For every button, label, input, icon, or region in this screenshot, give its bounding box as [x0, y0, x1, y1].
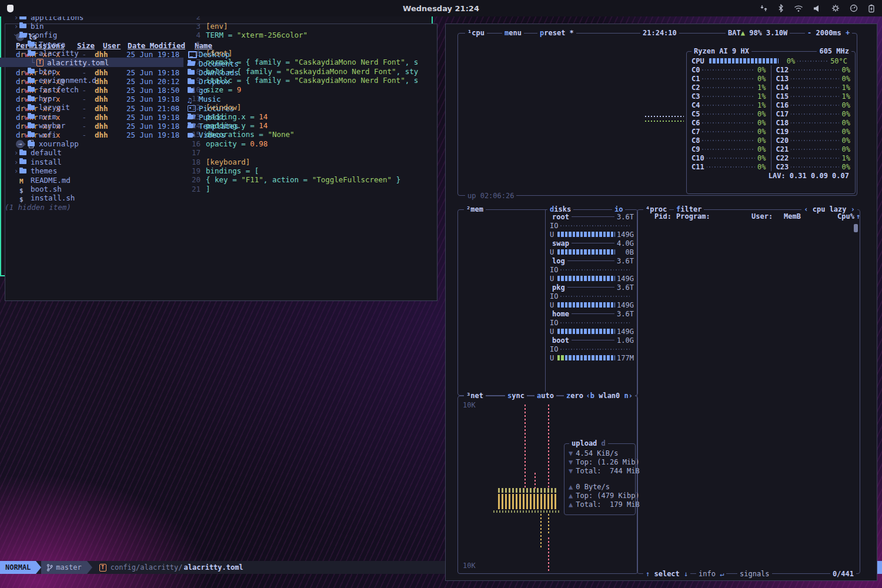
tree-item[interactable]: › bin [0, 22, 183, 31]
volume-icon[interactable] [813, 5, 821, 12]
cpu-core-box: Ryzen AI 9 HX 605 MHz CPU 0% 50°C C0 0% … [686, 51, 856, 194]
item-label: nvim [39, 112, 56, 121]
battery-icon[interactable] [868, 4, 875, 13]
wifi-icon[interactable] [794, 5, 803, 12]
net-auto-toggle[interactable]: auto [534, 392, 556, 400]
disk-used-label: U [550, 230, 554, 239]
menubar: Wednesday 21:24 [0, 0, 882, 16]
mem-tab[interactable]: ²mem [464, 205, 486, 213]
proc-footer-info[interactable]: info ↵ [696, 570, 726, 578]
item-label: lazygit [39, 103, 70, 112]
core-label: C9 [691, 145, 700, 153]
menu-button[interactable]: menu [502, 29, 524, 37]
tree-item[interactable]: boot.sh [0, 185, 183, 193]
cpu-tab[interactable]: ¹cpu [465, 29, 487, 37]
chevron-icon[interactable]: › [21, 139, 28, 148]
net-sync-toggle[interactable]: sync [505, 392, 527, 400]
chevron-icon[interactable]: └ [29, 58, 36, 67]
tree-item[interactable]: (1 hidden item) [0, 203, 183, 212]
disk-name: pkg [550, 283, 565, 292]
tree-item[interactable]: › config [0, 31, 183, 39]
nvim-window[interactable]: ~/.local/share/omarchy › applications › … [0, 0, 433, 276]
btop-window[interactable]: ¹cpu menu preset * 21:24:10 BAT▲ 98% 3.1… [445, 24, 877, 581]
cpu-graph [645, 116, 684, 117]
gauge-icon[interactable] [850, 4, 858, 12]
tree-item[interactable]: › waybar [0, 121, 183, 130]
chevron-icon[interactable]: › [21, 40, 28, 49]
tree-item[interactable]: › fastfetch [0, 85, 183, 94]
chevron-icon[interactable]: › [21, 131, 28, 139]
tree-item[interactable]: › btop [0, 67, 183, 76]
item-label: install.sh [31, 193, 75, 202]
core-row: C17 0% [776, 109, 851, 118]
core-label: C14 [776, 83, 789, 92]
line-number: 8 [188, 67, 206, 76]
settings-icon[interactable] [831, 4, 840, 12]
tree-item[interactable]: › environment.d [0, 76, 183, 85]
net-zero-toggle[interactable]: zero [564, 392, 586, 400]
tree-item[interactable]: › Typora [0, 40, 183, 49]
disks-tab[interactable]: disks [547, 205, 573, 213]
mem-panel: ²mem disks io root3.6T IO U149G swap4.0G… [457, 209, 638, 396]
proc-footer-signals[interactable]: signals [737, 570, 772, 578]
direction-arrow-icon: ▲ [569, 483, 573, 491]
load-average: LAV: 0.31 0.09 0.07 [769, 172, 849, 180]
bluetooth-icon[interactable] [778, 4, 784, 12]
core-row: C23 0% [776, 162, 851, 171]
chevron-icon[interactable]: › [21, 85, 28, 94]
disk-entry: log3.6T IO U149G [550, 256, 634, 283]
item-label: hypr [39, 94, 56, 103]
proc-footer-select[interactable]: ↑ select ↓ [643, 570, 690, 578]
update-interval[interactable]: - 2000ms + [805, 29, 852, 37]
chevron-icon[interactable]: › [13, 166, 19, 175]
tree-item[interactable]: › xournalpp [0, 139, 183, 148]
item-label: environment.d [39, 76, 96, 85]
proc-filter-button[interactable]: filter [674, 205, 704, 213]
core-row: C1 0% [691, 74, 766, 83]
preset-button[interactable]: preset * [537, 29, 576, 37]
chevron-icon[interactable]: › [21, 103, 28, 112]
tree-item[interactable]: › themes [0, 166, 183, 175]
tree-item[interactable]: install.sh [0, 193, 183, 202]
core-label: C0 [691, 66, 700, 74]
tree-item[interactable]: └ alacritty.toml [0, 58, 183, 66]
tree-item[interactable]: › nvim [0, 112, 183, 121]
tree-item[interactable]: › default [0, 148, 183, 157]
chevron-icon[interactable]: › [21, 112, 28, 121]
tree-item[interactable]: › lazygit [0, 103, 183, 112]
item-label: btop [39, 67, 56, 76]
git-branch[interactable]: master [41, 561, 86, 574]
line-number: 3 [188, 22, 206, 31]
line-number: 14 [188, 121, 206, 130]
chevron-icon[interactable]: › [13, 158, 19, 166]
net-interface-switcher[interactable]: ‹b wlan0 n› [584, 392, 636, 400]
tree-item[interactable]: › install [0, 158, 183, 166]
item-label: waybar [39, 121, 65, 130]
tree-item[interactable]: › hypr [0, 94, 183, 103]
tree-item[interactable]: › wofi [0, 130, 183, 139]
chevron-icon[interactable]: › [21, 94, 28, 103]
proc-scrollbar[interactable] [854, 224, 858, 232]
disk-used-value: 149G [617, 275, 634, 283]
proc-sort-switcher[interactable]: ‹ cpu lazy › [801, 205, 857, 213]
chevron-icon[interactable]: › [21, 121, 28, 130]
proc-tab[interactable]: ⁴proc [643, 205, 669, 213]
line-number: 4 [188, 31, 206, 39]
disk-entry: root3.6T IO U149G [550, 212, 634, 239]
disk-used-value: 149G [617, 301, 634, 309]
chevron-icon[interactable]: › [13, 148, 19, 157]
core-row: C15 1% [776, 92, 851, 101]
tree-item[interactable]: README.md [0, 175, 183, 184]
core-pct: 0% [757, 66, 766, 74]
core-pct: 0% [842, 145, 850, 153]
net-stat-row: ▲ Total: 179 MiB [569, 500, 631, 509]
chevron-icon[interactable]: › [13, 22, 19, 31]
net-tab[interactable]: ³net [464, 392, 486, 400]
tree-item[interactable]: › alacritty [0, 49, 183, 58]
updates-icon[interactable] [760, 4, 768, 12]
mode-indicator: NORMAL [0, 561, 36, 574]
disks-io-tab[interactable]: io [612, 205, 625, 213]
chevron-icon[interactable]: › [21, 76, 28, 85]
core-pct: 1% [757, 83, 766, 92]
chevron-icon[interactable]: › [21, 67, 28, 76]
